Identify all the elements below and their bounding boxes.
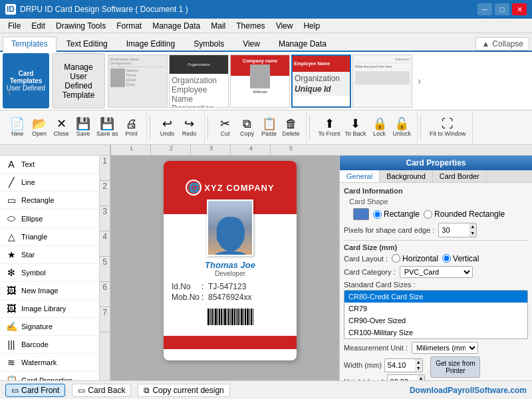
cardfront-label: Card Front <box>21 386 59 395</box>
bottom-tab-copydesign[interactable]: ⧉Copy current design <box>138 384 229 397</box>
size-cr80[interactable]: CR80-Credit Card Size <box>344 291 527 303</box>
ribbon-tab-symbols[interactable]: Symbols <box>185 37 233 51</box>
size-cr100[interactable]: CR100-Military Size <box>344 327 527 338</box>
menu-item-help[interactable]: Help <box>298 20 325 32</box>
collapse-button[interactable]: ▲ Collapse <box>475 37 529 51</box>
height-label: Height (mm) <box>344 378 384 380</box>
cardprops-icon: 📋 <box>5 375 17 380</box>
size-cr79[interactable]: CR79 <box>344 303 527 315</box>
new-button[interactable]: 📄New <box>7 117 28 138</box>
color-swatch[interactable] <box>353 208 369 220</box>
saveas-button[interactable]: 💾Save as <box>94 117 120 138</box>
rounded-rect-radio[interactable]: Rounded Rectangle <box>424 209 505 219</box>
ribbon-tab-image-editing[interactable]: Image Editing <box>118 37 184 51</box>
save-button[interactable]: 💾Save <box>72 117 94 138</box>
vertical-radio[interactable]: Vertical <box>442 254 479 263</box>
template-thumb-2[interactable]: Organization Organization Employee Name … <box>169 55 229 108</box>
height-up[interactable]: ▲ <box>418 375 425 380</box>
right-panel: Card Properties GeneralBackgroundCard Bo… <box>339 156 532 380</box>
tofront-button[interactable]: ⬆To Front <box>317 117 342 138</box>
text-label: Text <box>21 160 35 168</box>
menu-item-edit[interactable]: Edit <box>26 20 51 32</box>
card-shape-label: Card Shape <box>344 198 528 205</box>
lock-button[interactable]: 🔒Lock <box>369 117 390 138</box>
canvas-background[interactable]: 🌐 XYZ COMPANY 👤 Thomas Joe Developer <box>110 156 339 380</box>
left-item-text[interactable]: AText <box>0 156 99 174</box>
open-button[interactable]: 📂Open <box>29 117 50 138</box>
left-item-imagelibrary[interactable]: 🖼Image Library <box>0 300 99 318</box>
left-item-line[interactable]: ╱Line <box>0 174 99 192</box>
bottom-tab-cardback[interactable]: ▭Card Back <box>72 384 131 397</box>
menu-item-drawing-tools[interactable]: Drawing Tools <box>51 20 111 32</box>
copy-button[interactable]: ⧉Copy <box>237 117 258 138</box>
height-input[interactable]: ▲ ▼ <box>387 374 426 380</box>
menu-item-manage-data[interactable]: Manage Data <box>147 20 205 32</box>
ribbon-tab-manage-data[interactable]: Manage Data <box>270 37 335 51</box>
template-thumb-4[interactable]: Employee Name Organization Unique Id <box>291 55 351 108</box>
bc-20 <box>243 309 244 325</box>
print-button[interactable]: 🖨Print <box>121 117 142 138</box>
toback-button[interactable]: ⬇To Back <box>343 117 368 138</box>
ribbon-tab-templates[interactable]: Templates <box>3 37 57 52</box>
unlock-button[interactable]: 🔓Unlock <box>391 117 414 138</box>
property-tabs: GeneralBackgroundCard Border <box>340 170 532 183</box>
redo-button[interactable]: ↪Redo <box>179 117 200 138</box>
paste-button[interactable]: 📋Paste <box>259 117 280 138</box>
rectangle-radio[interactable]: Rectangle <box>373 209 420 219</box>
pixel-up[interactable]: ▲ <box>469 223 476 230</box>
minimize-button[interactable]: ─ <box>477 3 492 15</box>
get-size-button[interactable]: Get size from Printer <box>430 356 480 378</box>
width-down[interactable]: ▼ <box>415 365 422 372</box>
left-item-star[interactable]: ★Star <box>0 246 99 264</box>
width-input[interactable]: ▲ ▼ <box>384 358 423 373</box>
undo-button[interactable]: ↩Undo <box>157 117 178 138</box>
template-thumb-5[interactable]: Address Write the punch line here <box>352 55 412 108</box>
ribbon-nav-left[interactable]: ‹ <box>5 86 14 98</box>
template-thumb-1[interactable]: Employee nameDesignation AddressPhoneMob… <box>108 55 168 108</box>
width-up[interactable]: ▲ <box>415 359 422 366</box>
left-item-ellipse[interactable]: ⬭Ellipse <box>0 209 99 228</box>
left-item-cardprops[interactable]: 📋Card Properties <box>0 372 99 380</box>
pixel-down[interactable]: ▼ <box>469 230 476 237</box>
menu-item-view[interactable]: View <box>271 20 299 32</box>
print-icon: 🖨 <box>126 118 138 130</box>
pixel-value[interactable] <box>439 225 469 235</box>
height-value[interactable] <box>388 377 418 380</box>
left-item-rectangle[interactable]: ▭Rectangle <box>0 192 99 209</box>
measure-unit-select[interactable]: Milimeters (mm) <box>412 342 478 354</box>
template-thumb-3[interactable]: Company name Website <box>230 55 290 108</box>
menu-item-file[interactable]: File <box>3 20 26 32</box>
width-value[interactable] <box>385 360 415 370</box>
maximize-button[interactable]: □ <box>495 3 509 15</box>
horizontal-radio[interactable]: Horizontal <box>392 254 438 263</box>
left-item-watermark[interactable]: ≋Watermark <box>0 354 99 372</box>
menu-item-mail[interactable]: Mail <box>205 20 231 32</box>
manage-user-button[interactable]: Manage User Defined Template <box>52 53 105 108</box>
prop-tab-general[interactable]: General <box>340 170 380 182</box>
close-button[interactable]: ✕Close <box>51 117 72 138</box>
card-templates-button[interactable]: Card Templates User Defined <box>3 53 49 108</box>
left-item-symbol[interactable]: ❇Symbol <box>0 264 99 282</box>
left-item-signature[interactable]: ✍Signature <box>0 318 99 336</box>
ribbon-tab-text-editing[interactable]: Text Editing <box>58 37 116 51</box>
delete-button[interactable]: 🗑Delete <box>281 117 302 138</box>
left-item-barcode[interactable]: |||Barcode <box>0 336 99 354</box>
card-category-select[interactable]: PVC_Card <box>400 266 473 278</box>
pixel-input[interactable]: ▲ ▼ <box>438 223 477 237</box>
bc-3 <box>211 309 213 325</box>
height-row: Height (mm) ▲ ▼ <box>344 374 425 380</box>
close-button[interactable]: ✕ <box>512 3 527 15</box>
menu-item-format[interactable]: Format <box>111 20 147 32</box>
ribbon-tab-view[interactable]: View <box>234 37 269 51</box>
prop-tab-card-border[interactable]: Card Border <box>433 170 487 182</box>
size-cr90[interactable]: CR90-Over Sized <box>344 315 527 327</box>
ribbon-nav-right[interactable]: › <box>415 53 424 108</box>
height-arrows: ▲ ▼ <box>418 375 425 380</box>
cut-button[interactable]: ✂Cut <box>215 117 236 138</box>
menu-item-themes[interactable]: Themes <box>231 20 270 32</box>
prop-tab-background[interactable]: Background <box>380 170 433 182</box>
fitwindow-button[interactable]: ⛶Fit to Window <box>428 117 468 138</box>
bottom-tab-cardfront[interactable]: ▭Card Front <box>5 384 65 397</box>
left-item-triangle[interactable]: △Triangle <box>0 228 99 246</box>
left-item-newimage[interactable]: 🖼New Image <box>0 282 99 300</box>
